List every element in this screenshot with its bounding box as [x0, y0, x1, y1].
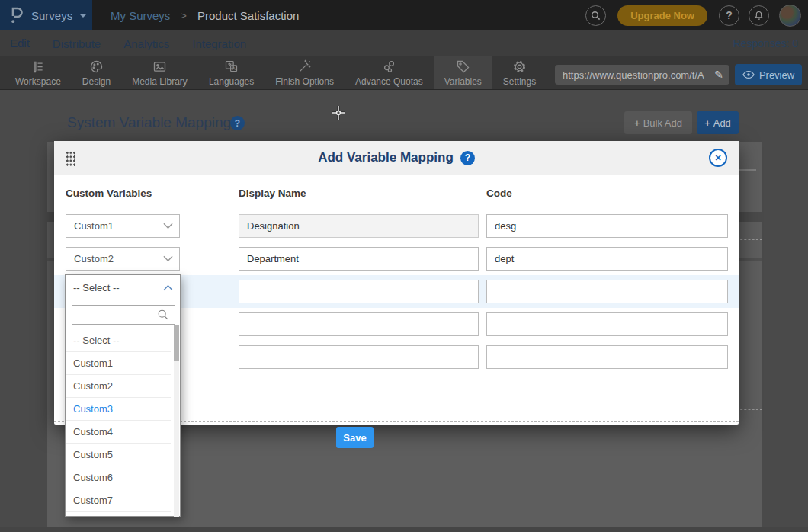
responses-count: Responses: 0 — [733, 37, 798, 50]
avatar[interactable] — [779, 5, 801, 27]
upgrade-now-button[interactable]: Upgrade Now — [617, 5, 707, 26]
page-help-icon[interactable]: ? — [230, 116, 245, 130]
variable-select-2[interactable]: Custom2 — [66, 247, 180, 271]
questionpro-logo-icon — [10, 7, 23, 24]
toolbar-item-finish-options[interactable]: Finish Options — [265, 56, 345, 89]
toolbar-item-design[interactable]: Design — [72, 56, 121, 89]
dropdown-option-custom7[interactable]: Custom7 — [66, 489, 171, 512]
dropdown-option-custom4[interactable]: Custom4 — [66, 421, 171, 444]
chevron-up-icon — [163, 284, 173, 291]
help-button[interactable]: ? — [719, 5, 739, 26]
column-header-custom-variables: Custom Variables — [66, 187, 152, 199]
palette-icon — [88, 59, 104, 75]
tag-icon — [455, 59, 471, 75]
topbar-actions: Upgrade Now ? — [585, 0, 808, 30]
move-cursor — [331, 105, 346, 120]
breadcrumb-current: Product Satisfaction — [197, 9, 299, 22]
breadcrumb-my-surveys[interactable]: My Surveys — [111, 9, 170, 22]
toolbar-item-media-library[interactable]: Media Library — [121, 56, 198, 89]
drag-handle-icon[interactable] — [66, 151, 75, 166]
display-name-input-1[interactable] — [239, 214, 479, 238]
column-header-display-name: Display Name — [239, 187, 306, 199]
page-title: System Variable Mapping — [67, 114, 231, 131]
dropdown-option-custom6[interactable]: Custom6 — [66, 466, 171, 489]
display-name-input-3[interactable] — [239, 280, 479, 303]
eye-icon — [742, 70, 755, 79]
code-input-4[interactable] — [486, 312, 728, 336]
dropdown-selected-value[interactable]: -- Select -- — [66, 275, 180, 300]
save-button[interactable]: Save — [336, 427, 374, 448]
column-headers: Custom Variables Display Name Code — [66, 175, 727, 204]
breadcrumb: My Surveys > Product Satisfaction — [111, 0, 299, 30]
chain-links-icon — [381, 59, 397, 75]
bulk-add-button[interactable]: +Bulk Add — [624, 111, 692, 134]
add-button[interactable]: +Add — [697, 111, 739, 134]
column-header-code: Code — [486, 187, 512, 199]
page-header: System Variable Mapping ? +Bulk Add +Add — [0, 107, 808, 139]
toolbar-item-languages[interactable]: A Languages — [198, 56, 265, 89]
svg-text:A: A — [232, 66, 236, 71]
code-input-3[interactable] — [486, 280, 728, 303]
survey-url-text: https://www.questionpro.com/t/A — [555, 69, 708, 81]
tab-analytics[interactable]: Analytics — [123, 34, 169, 53]
mapping-row-2: Custom2 — [54, 242, 739, 275]
tab-edit[interactable]: Edit — [10, 33, 30, 53]
dropdown-search-wrap — [66, 300, 180, 329]
dimmed-dashed-separator — [736, 239, 762, 240]
chevron-down-icon — [79, 14, 87, 18]
preview-button[interactable]: Preview — [735, 64, 802, 85]
display-name-input-2[interactable] — [239, 247, 479, 271]
dropdown-option-select[interactable]: -- Select -- — [66, 329, 171, 352]
tab-integration[interactable]: Integration — [192, 34, 246, 53]
product-switcher[interactable]: Surveys — [0, 0, 92, 30]
toolbar-item-variables[interactable]: Variables — [434, 56, 492, 89]
search-icon — [157, 309, 169, 321]
top-navbar: Surveys My Surveys > Product Satisfactio… — [0, 0, 808, 30]
dropdown-option-custom3[interactable]: Custom3 — [66, 398, 171, 421]
mapping-row-1: Custom1 — [54, 210, 739, 242]
survey-url-field[interactable]: https://www.questionpro.com/t/A ✎ — [555, 65, 729, 85]
bell-icon — [753, 10, 765, 21]
code-input-2[interactable] — [486, 247, 728, 271]
variable-select-1[interactable]: Custom1 — [66, 214, 180, 238]
display-name-input-4[interactable] — [239, 312, 479, 336]
dimmed-row-line — [738, 169, 756, 171]
product-switcher-label: Surveys — [31, 9, 72, 22]
dropdown-option-custom5[interactable]: Custom5 — [66, 444, 171, 466]
magic-wand-icon — [297, 59, 313, 75]
breadcrumb-separator: > — [181, 10, 187, 21]
search-button[interactable] — [585, 5, 606, 26]
dropdown-options-list: -- Select -- Custom1 Custom2 Custom3 Cus… — [66, 329, 180, 512]
edit-url-pencil-icon[interactable]: ✎ — [708, 69, 729, 81]
variable-select-dropdown: -- Select -- -- Select -- Custom1 Custom… — [65, 274, 181, 517]
chevron-down-icon — [163, 255, 173, 262]
gear-icon — [511, 59, 527, 75]
modal-title: Add Variable Mapping — [318, 150, 454, 165]
toolbar-item-workspace[interactable]: Workspace — [5, 56, 72, 89]
dropdown-scrollbar-thumb[interactable] — [174, 325, 179, 361]
close-icon[interactable]: ✕ — [709, 149, 727, 167]
translate-icon: A — [223, 59, 239, 75]
survey-nav: Edit Distribute Analytics Integration Re… — [0, 30, 808, 56]
toolbar-item-advance-quotas[interactable]: Advance Quotas — [345, 56, 434, 89]
modal-help-icon[interactable]: ? — [460, 151, 475, 165]
display-name-input-5[interactable] — [239, 345, 479, 369]
dropdown-scrollbar-track[interactable] — [174, 325, 179, 517]
app-screen: Surveys My Surveys > Product Satisfactio… — [0, 0, 808, 532]
code-input-5[interactable] — [486, 345, 728, 369]
tab-distribute[interactable]: Distribute — [53, 34, 101, 53]
toolbar-item-settings[interactable]: Settings — [492, 56, 547, 89]
image-icon — [152, 59, 168, 75]
dimmed-dashed-separator — [736, 409, 762, 410]
modal-header: Add Variable Mapping ? ✕ — [54, 141, 739, 175]
dropdown-option-custom1[interactable]: Custom1 — [66, 352, 171, 375]
dropdown-option-custom2[interactable]: Custom2 — [66, 375, 171, 398]
notifications-button[interactable] — [749, 5, 769, 26]
search-icon — [590, 10, 601, 21]
code-input-1[interactable] — [486, 214, 728, 238]
chevron-down-icon — [163, 223, 173, 229]
plus-icon: + — [634, 117, 640, 129]
plus-icon: + — [704, 117, 710, 129]
dimmed-footer-strip — [0, 527, 808, 532]
workspace-list-icon — [30, 59, 46, 75]
